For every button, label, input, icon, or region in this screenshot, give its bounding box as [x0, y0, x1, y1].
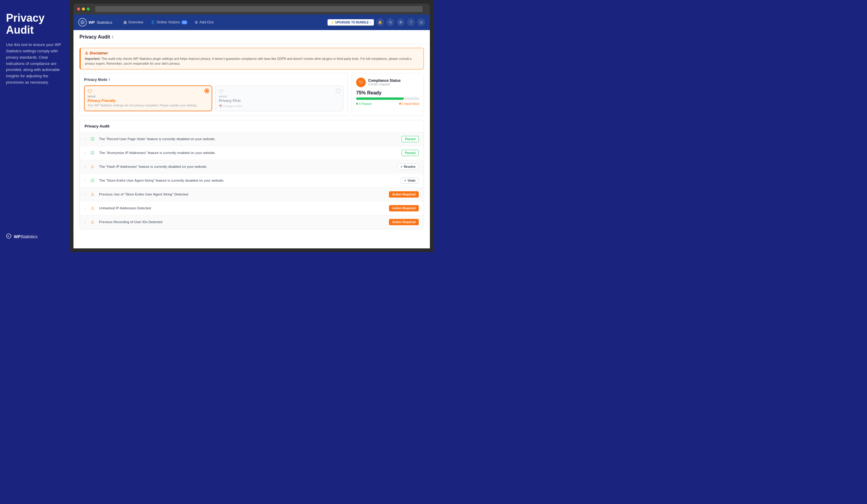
badge-passed-2[interactable]: Passed [402, 150, 419, 156]
left-logo: WPStatistics [6, 233, 64, 240]
mode-label-first: Mode [219, 95, 340, 98]
legend-work: 1 Need Work [399, 102, 419, 106]
traffic-light-green[interactable] [87, 8, 90, 11]
audit-section: Privacy Audit › ☑ The "Record User Page … [79, 120, 424, 229]
work-label: Need Work [404, 102, 419, 106]
hero-description: Use this tool to ensure your WP Statisti… [6, 42, 64, 86]
mode-desc-friendly: Your WP Statistics settings are not priv… [88, 103, 208, 108]
mode-radio-privacy-friendly [204, 88, 209, 93]
checkmark-icon: ✓ [400, 165, 403, 168]
audit-row-text-4: The "Store Entire User Agent String" fea… [99, 179, 398, 182]
traffic-light-red[interactable] [77, 8, 80, 11]
passed-count: 3 [359, 102, 361, 106]
nav-logo-text: WP [88, 20, 95, 25]
mode-name-friendly: Privacy Friendly [88, 99, 208, 103]
browser-addressbar[interactable] [95, 6, 422, 12]
shield-icon-first: 🛡 [219, 89, 224, 95]
badge-passed-1[interactable]: Passed [402, 136, 419, 142]
audit-row-3: › ⚠ The "Hash IP Addresses" feature is c… [80, 160, 424, 174]
nav-logo-icon [78, 18, 87, 26]
progress-bar [356, 97, 419, 100]
legend-passed: 3 Passed [356, 102, 372, 106]
work-count: 1 [402, 102, 404, 106]
compliance-status-icon: 🛡 [356, 78, 366, 87]
compliance-subtitle: 4 Rules mapped [368, 83, 401, 86]
compliance-header: 🛡 Compliance Status 4 Rules mapped [356, 78, 419, 87]
privacy-mode-card-title: Privacy Mode ℹ [84, 78, 343, 82]
mode-option-privacy-first[interactable]: 🛡 Mode Privacy First 📅 Coming in 2024 [215, 85, 343, 111]
audit-row-text-2: The "Anonymize IP Addresses" feature is … [99, 151, 398, 155]
nav-link-online-visitors[interactable]: 👤 Online Visitors 15 [148, 18, 191, 26]
disclaimer-title: ⚠ Disclaimer [85, 51, 419, 55]
warn-icon-6: ⚠ [90, 206, 96, 210]
left-logo-text: WPStatistics [14, 234, 38, 239]
expand-icon-5[interactable]: › [85, 193, 88, 196]
shield-icon-friendly: 🛡 [88, 89, 93, 95]
compliance-info: Compliance Status 4 Rules mapped [368, 78, 401, 86]
compliance-title: Compliance Status [368, 78, 401, 83]
audit-row-text-5: Previous Use of "Store Entire User Agent… [99, 193, 386, 196]
audit-row-4: › ☑ The "Store Entire User Agent String"… [80, 174, 424, 188]
user-icon-btn[interactable]: ⊙ [417, 18, 425, 26]
privacy-mode-info-icon[interactable]: ℹ [109, 78, 110, 81]
two-col-section: Privacy Mode ℹ 🛡 Mode Privacy Friendly [79, 73, 424, 116]
badge-action-7[interactable]: Action Required [389, 219, 419, 225]
shield-compliance-icon: 🛡 [359, 80, 363, 85]
expand-icon-7[interactable]: › [85, 220, 88, 224]
settings-icon-btn[interactable]: ⚙ [397, 18, 405, 26]
logo-icon [6, 233, 11, 240]
grid-icon: ▦ [124, 20, 127, 24]
readiness-label: 75% Ready [356, 90, 419, 96]
badge-action-5[interactable]: Action Required [389, 191, 419, 198]
mode-label-friendly: Mode [88, 95, 208, 98]
help-icon-btn[interactable]: ? [407, 18, 415, 26]
users-icon: 👤 [151, 20, 155, 24]
expand-icon-1[interactable]: › [85, 138, 88, 141]
check-icon-1: ☑ [90, 136, 96, 141]
privacy-mode-card: Privacy Mode ℹ 🛡 Mode Privacy Friendly [79, 73, 348, 116]
nav-logo: WPStatistics [78, 18, 114, 26]
page-info-icon[interactable]: ℹ [112, 35, 114, 39]
expand-icon-2[interactable]: › [85, 151, 88, 155]
puzzle-icon: ⊞ [195, 20, 198, 24]
audit-row-7: › ⚠ Previous Recording of User IDs Detec… [80, 215, 424, 229]
mode-name-first: Privacy First [219, 99, 340, 103]
audit-row-text-7: Previous Recording of User IDs Detected [99, 220, 386, 224]
passed-label: Passed [362, 102, 372, 106]
nav-link-overview[interactable]: ▦ Overview [120, 18, 146, 26]
mode-options: 🛡 Mode Privacy Friendly Your WP Statisti… [84, 85, 343, 111]
audit-row-text-1: The "Record User Page Visits" feature is… [99, 137, 398, 141]
refresh-icon-btn[interactable]: ↻ [387, 18, 394, 26]
mode-option-privacy-friendly[interactable]: 🛡 Mode Privacy Friendly Your WP Statisti… [84, 85, 212, 111]
expand-icon-6[interactable]: › [85, 207, 88, 210]
warn-icon-7: ⚠ [90, 220, 96, 224]
disclaimer-banner: ⚠ Disclaimer Important: This audit only … [79, 48, 424, 69]
badge-undo-4[interactable]: ✓ Undo [401, 177, 419, 184]
notification-icon-btn[interactable]: 🔔 [376, 18, 384, 26]
passed-dot [356, 103, 358, 105]
calendar-icon: 📅 [219, 105, 222, 108]
mode-radio-privacy-first [336, 88, 341, 93]
undo-checkmark-icon: ✓ [404, 179, 406, 182]
warn-icon-3: ⚠ [90, 164, 96, 169]
badge-resolve-3[interactable]: ✓ Resolve [397, 164, 419, 170]
traffic-light-yellow[interactable] [82, 8, 85, 11]
expand-icon-3[interactable]: › [85, 165, 88, 168]
app-container: WPStatistics ▦ Overview 👤 Online Visitor… [74, 14, 430, 249]
left-panel: Privacy Audit Use this tool to ensure yo… [0, 0, 70, 252]
browser-chrome [74, 3, 430, 14]
upgrade-icon: ⚡ [331, 21, 334, 24]
audit-row-text-6: Unhashed IP Addresses Detected [99, 206, 386, 210]
warn-icon-5: ⚠ [90, 192, 96, 197]
expand-icon-4[interactable]: › [85, 179, 88, 182]
right-panel: WPStatistics ▦ Overview 👤 Online Visitor… [70, 0, 434, 252]
audit-section-header: Privacy Audit [80, 120, 424, 132]
audit-row-6: › ⚠ Unhashed IP Addresses Detected Actio… [80, 201, 424, 215]
audit-row-1: › ☑ The "Record User Page Visits" featur… [80, 132, 424, 146]
page-title: Privacy Audit [79, 34, 110, 40]
audit-row-2: › ☑ The "Anonymize IP Addresses" feature… [80, 146, 424, 160]
nav-link-addons[interactable]: ⊞ Add-Ons [192, 18, 216, 26]
upgrade-button[interactable]: ⚡ UPGRADE TO BUNDLE › [328, 19, 374, 25]
nav-links: ▦ Overview 👤 Online Visitors 15 ⊞ Add-On… [120, 18, 321, 26]
badge-action-6[interactable]: Action Required [389, 205, 419, 211]
